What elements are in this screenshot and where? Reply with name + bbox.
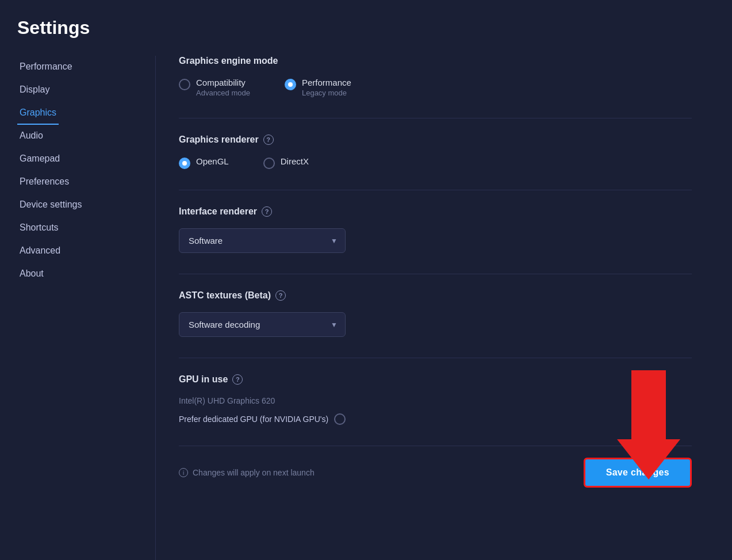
sidebar-item-audio[interactable]: Audio [17,125,144,148]
renderer-radio-group: OpenGL DirectX [179,156,692,169]
sidebar-item-advanced[interactable]: Advanced [17,240,144,263]
interface-renderer-section: Interface renderer ? Software Hardware A… [179,206,692,253]
divider-4 [179,358,692,358]
radio-performance[interactable]: Performance Legacy mode [285,78,351,97]
radio-circle-compatibility[interactable] [179,79,190,90]
sidebar-item-shortcuts[interactable]: Shortcuts [17,217,144,240]
interface-renderer-title: Interface renderer ? [179,206,692,217]
astc-textures-section: ASTC textures (Beta) ? Software decoding… [179,290,692,337]
radio-directx[interactable]: DirectX [263,156,309,169]
main-content: Graphics engine mode Compatibility Advan… [155,56,715,560]
interface-renderer-help-icon[interactable]: ? [262,206,272,217]
save-changes-button[interactable]: Save changes [584,458,692,488]
radio-compatibility[interactable]: Compatibility Advanced mode [179,78,250,97]
sidebar-item-preferences[interactable]: Preferences [17,171,144,194]
page-title: Settings [17,17,715,39]
content-area: Performance Display Graphics Audio Gamep… [17,56,715,560]
radio-label-compatibility: Compatibility Advanced mode [196,78,250,97]
graphics-renderer-help-icon[interactable]: ? [263,135,274,145]
radio-label-directx: DirectX [281,156,309,166]
footer-area: i Changes will apply on next launch Save… [179,446,692,501]
sidebar-item-graphics[interactable]: Graphics [17,102,59,125]
astc-textures-help-icon[interactable]: ? [275,290,286,301]
app-container: Settings Performance Display Graphics Au… [0,0,732,560]
sidebar-item-about[interactable]: About [17,263,144,286]
divider-3 [179,274,692,274]
radio-label-opengl: OpenGL [196,156,229,166]
engine-mode-radio-group: Compatibility Advanced mode Performance … [179,78,692,97]
gpu-title: GPU in use ? [179,374,692,385]
info-icon: i [179,468,188,477]
divider-2 [179,190,692,190]
radio-label-performance: Performance Legacy mode [302,78,351,97]
sidebar-item-performance[interactable]: Performance [17,56,144,79]
radio-circle-directx[interactable] [263,158,275,169]
radio-circle-performance[interactable] [285,79,296,90]
sidebar-item-display[interactable]: Display [17,79,144,102]
radio-opengl[interactable]: OpenGL [179,156,229,169]
astc-textures-title: ASTC textures (Beta) ? [179,290,692,301]
astc-textures-dropdown[interactable]: Software decoding Hardware decoding Disa… [179,312,346,337]
gpu-prefer-row: Prefer dedicated GPU (for NVIDIA GPU's) [179,413,692,425]
gpu-help-icon[interactable]: ? [232,374,243,385]
sidebar-item-device-settings[interactable]: Device settings [17,194,144,217]
gpu-section: GPU in use ? Intel(R) UHD Graphics 620 P… [179,374,692,425]
interface-renderer-dropdown[interactable]: Software Hardware Auto [179,228,346,253]
graphics-renderer-section: Graphics renderer ? OpenGL DirectX [179,135,692,169]
footer-note-text: Changes will apply on next launch [193,468,315,477]
interface-renderer-dropdown-wrapper: Software Hardware Auto ▼ [179,228,346,253]
gpu-info: Intel(R) UHD Graphics 620 Prefer dedicat… [179,396,692,425]
gpu-prefer-label: Prefer dedicated GPU (for NVIDIA GPU's) [179,415,328,424]
divider-1 [179,118,692,118]
sidebar-item-gamepad[interactable]: Gamepad [17,148,144,171]
gpu-name: Intel(R) UHD Graphics 620 [179,396,692,405]
radio-circle-opengl[interactable] [179,158,190,169]
footer-note: i Changes will apply on next launch [179,468,315,477]
graphics-engine-mode-title: Graphics engine mode [179,56,692,66]
graphics-renderer-title: Graphics renderer ? [179,135,692,145]
radio-circle-prefer-gpu[interactable] [334,413,346,425]
astc-textures-dropdown-wrapper: Software decoding Hardware decoding Disa… [179,312,346,337]
sidebar: Performance Display Graphics Audio Gamep… [17,56,155,560]
graphics-engine-mode-section: Graphics engine mode Compatibility Advan… [179,56,692,97]
